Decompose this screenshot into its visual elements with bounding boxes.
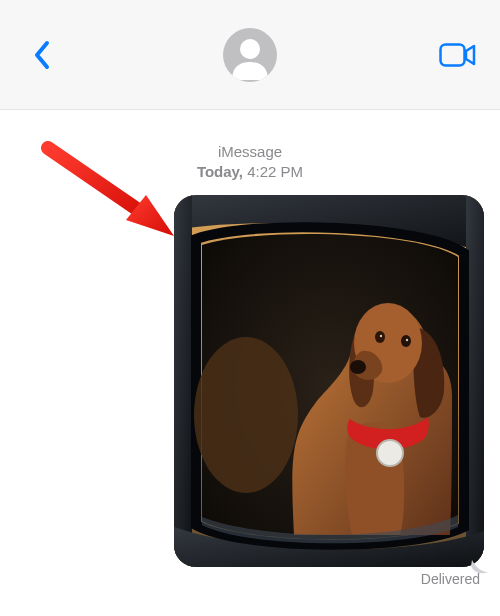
thread-timestamp: iMessage Today, 4:22 PM	[0, 142, 500, 183]
message-row-outgoing	[0, 183, 500, 567]
svg-point-6	[375, 331, 385, 343]
svg-point-7	[401, 335, 411, 347]
conversation-header	[0, 0, 500, 110]
svg-rect-1	[441, 44, 465, 65]
contact-avatar[interactable]	[223, 28, 277, 82]
svg-point-8	[380, 334, 382, 336]
photo-message[interactable]	[174, 195, 484, 567]
delivery-status: Delivered	[0, 567, 500, 587]
time-label: 4:22 PM	[247, 163, 303, 180]
svg-point-3	[194, 337, 298, 493]
svg-point-0	[240, 39, 260, 59]
svg-point-10	[377, 440, 403, 466]
photo-content	[174, 195, 484, 567]
video-camera-icon	[439, 42, 477, 68]
chevron-left-icon	[33, 40, 51, 70]
service-label: iMessage	[0, 142, 500, 162]
svg-point-5	[350, 360, 366, 374]
date-label: Today,	[197, 163, 243, 180]
person-icon	[223, 28, 277, 82]
svg-point-9	[406, 338, 408, 340]
facetime-video-button[interactable]	[436, 33, 480, 77]
back-button[interactable]	[20, 33, 64, 77]
